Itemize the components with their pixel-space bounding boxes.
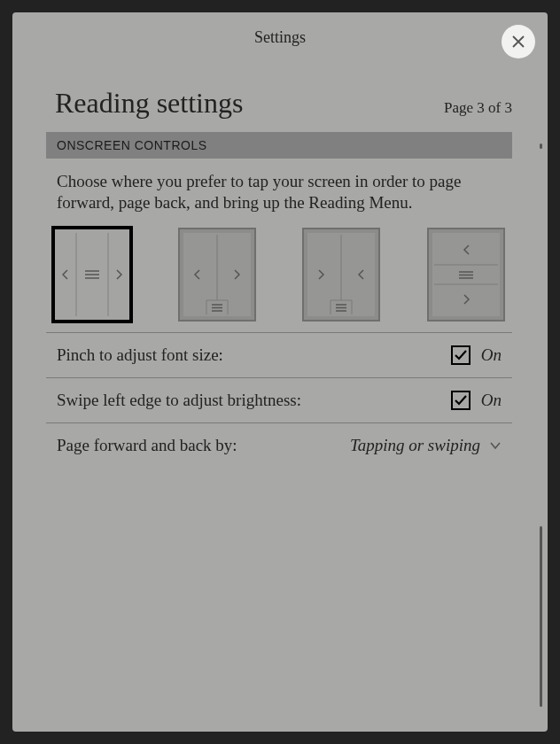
tap-layout-option-2[interactable]	[180, 229, 254, 320]
page-title: Reading settings	[55, 87, 243, 120]
modal-header: Settings	[12, 12, 548, 62]
chevron-left-icon	[464, 245, 469, 254]
page-indicator: Page 3 of 3	[444, 99, 512, 117]
menu-lines-icon	[336, 305, 346, 311]
tap-layout-option-1[interactable]	[55, 229, 129, 320]
page-forward-dropdown[interactable]: Tapping or swiping	[350, 436, 502, 455]
dropdown-value: Tapping or swiping	[350, 436, 480, 455]
setting-label: Page forward and back by:	[57, 436, 350, 455]
chevron-down-icon	[489, 439, 502, 452]
pinch-toggle[interactable]: On	[451, 345, 502, 365]
menu-lines-icon	[212, 305, 222, 311]
brightness-toggle[interactable]: On	[451, 391, 502, 410]
section-header: ONSCREEN CONTROLS	[46, 132, 512, 159]
page-header: Reading settings Page 3 of 3	[12, 62, 548, 132]
settings-modal: Settings Reading settings Page 3 of 3 ON…	[12, 12, 548, 732]
chevron-right-icon	[117, 270, 121, 279]
checkbox-icon	[451, 345, 471, 365]
toggle-state: On	[481, 345, 502, 365]
setting-pinch-font: Pinch to adjust font size: On	[46, 333, 512, 377]
chevron-right-icon	[235, 270, 239, 279]
tap-layout-options	[46, 229, 512, 332]
setting-label: Swipe left edge to adjust brightness:	[57, 391, 451, 410]
setting-swipe-brightness: Swipe left edge to adjust brightness: On	[46, 378, 512, 422]
toggle-state: On	[481, 391, 502, 410]
checkbox-icon	[451, 391, 471, 410]
setting-page-forward: Page forward and back by: Tapping or swi…	[46, 423, 512, 468]
scrollbar-thumb	[540, 526, 542, 707]
chevron-left-icon	[63, 270, 67, 279]
modal-title: Settings	[254, 28, 306, 47]
tap-layout-option-4[interactable]	[429, 229, 503, 320]
tap-layout-option-3[interactable]	[304, 229, 378, 320]
scrollbar[interactable]	[540, 143, 542, 707]
chevron-left-icon	[359, 270, 363, 279]
close-icon	[512, 35, 525, 48]
chevron-left-icon	[195, 270, 199, 279]
section-description: Choose where you prefer to tap your scre…	[46, 159, 512, 229]
menu-lines-icon	[85, 271, 99, 278]
scrollbar-cap	[540, 143, 542, 149]
chevron-right-icon	[464, 295, 469, 304]
content-area: ONSCREEN CONTROLS Choose where you prefe…	[12, 132, 548, 468]
setting-label: Pinch to adjust font size:	[57, 345, 451, 365]
chevron-right-icon	[319, 270, 323, 279]
menu-lines-icon	[459, 272, 473, 278]
close-button[interactable]	[502, 25, 535, 58]
